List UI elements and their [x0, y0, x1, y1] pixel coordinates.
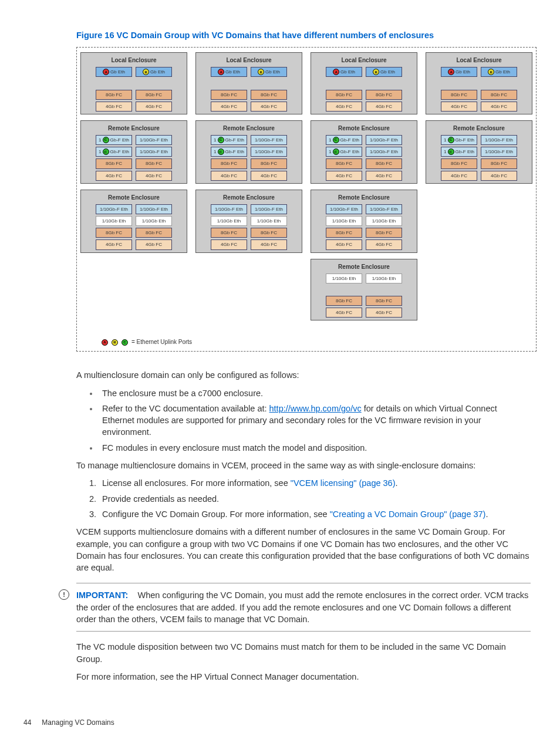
module-box: 1/10Gb-F Eth [211, 204, 247, 214]
vc-domain-column: Local Enclosure AGb EthBGb Eth 8Gb FC8Gb… [80, 52, 187, 320]
module-row: 4Gb FC4Gb FC [313, 102, 414, 112]
list-item: The enclosure must be a c7000 enclosure. [99, 387, 531, 399]
module-row: 8Gb FC8Gb FC [83, 90, 184, 100]
module-row: 1/10Gb Eth1/10Gb Eth [313, 216, 414, 226]
vc-domain-column: Local Enclosure AGb EthBGb Eth 8Gb FC8Gb… [426, 52, 532, 320]
enclosure: Remote Enclosure 1CGb-F Eth1/10Gb-F Eth1… [311, 120, 417, 184]
legend-dot-c: C [122, 339, 128, 346]
module-box: 8Gb FC [366, 90, 402, 100]
module-row: 8Gb FC8Gb FC [198, 158, 299, 168]
module-box: 8Gb FC [366, 296, 402, 306]
module-box [366, 285, 401, 294]
enclosure: Remote Enclosure 1/10Gb Eth1/10Gb Eth 8G… [311, 259, 417, 321]
text: . [485, 509, 488, 519]
crossref-link[interactable]: "VCEM licensing" (page 36) [291, 478, 396, 488]
module-row: 1CGb-F Eth1/10Gb-F Eth [83, 147, 184, 157]
module-row [83, 79, 184, 87]
module-box: 8Gb FC [96, 158, 132, 168]
module-box: 4Gb FC [96, 239, 132, 249]
enclosure-title: Remote Enclosure [429, 124, 529, 133]
module-row: 1CGb-F Eth1/10Gb-F Eth [313, 135, 414, 145]
module-row: 1CGb-F Eth1/10Gb-F Eth [313, 147, 414, 157]
module-box: 8Gb FC [326, 296, 362, 306]
module-row: 8Gb FC8Gb FC [313, 296, 414, 306]
numbered-list: License all enclosures. For more informa… [65, 477, 531, 520]
enclosure-title: Remote Enclosure [198, 124, 299, 133]
module-row: 1CGb-F Eth1/10Gb-F Eth [83, 135, 184, 145]
module-box: BGb Eth [481, 67, 517, 77]
module-box: 1/10Gb-F Eth [481, 135, 517, 145]
module-box [442, 79, 477, 87]
module-box: 8Gb FC [326, 90, 362, 100]
module-row: 4Gb FC4Gb FC [83, 171, 184, 181]
paragraph: The VC module disposition between two VC… [76, 641, 531, 665]
enclosure-title: Remote Enclosure [83, 194, 184, 202]
module-row [429, 79, 529, 87]
module-box: 1/10Gb-F Eth [136, 147, 172, 157]
module-box: 8Gb FC [96, 228, 132, 238]
module-box [251, 79, 286, 87]
port-dot: A [448, 69, 454, 75]
module-box: 1CGb-F Eth [326, 135, 362, 145]
module-row [313, 285, 414, 294]
enclosure: Remote Enclosure 1CGb-F Eth1/10Gb-F Eth1… [80, 120, 187, 184]
crossref-link[interactable]: "Creating a VC Domain Group" (page 37) [330, 509, 486, 519]
module-row [198, 79, 299, 87]
enclosure-title: Local Enclosure [198, 56, 299, 65]
module-box [327, 285, 362, 294]
module-box: 1/10Gb Eth [211, 216, 247, 226]
module-box: 4Gb FC [96, 171, 132, 181]
module-box: AGb Eth [211, 67, 247, 77]
module-box: 8Gb FC [366, 158, 402, 168]
module-box: 4Gb FC [326, 171, 362, 181]
module-box: 1/10Gb Eth [251, 216, 287, 226]
module-box: 8Gb FC [326, 158, 362, 168]
list-item: Provide credentials as needed. [99, 493, 531, 505]
module-box: 1/10Gb Eth [136, 216, 172, 226]
module-box: 8Gb FC [481, 90, 517, 100]
module-box [136, 79, 171, 87]
module-box: 8Gb FC [211, 228, 247, 238]
enclosure: Local Enclosure AGb EthBGb Eth 8Gb FC8Gb… [426, 52, 532, 114]
module-box: AGb Eth [326, 67, 362, 77]
module-row: 8Gb FC8Gb FC [83, 158, 184, 168]
module-box: 1CGb-F Eth [211, 147, 247, 157]
list-item: License all enclosures. For more informa… [99, 477, 531, 489]
module-box: 4Gb FC [366, 308, 402, 318]
port-dot: B [488, 69, 494, 75]
port-dot: B [143, 69, 149, 75]
module-box: 4Gb FC [136, 102, 172, 112]
list-item: Refer to the VC documentation available … [99, 403, 531, 438]
vc-doc-link[interactable]: http://www.hp.com/go/vc [269, 404, 362, 413]
module-box: 8Gb FC [211, 90, 247, 100]
module-row: 1/10Gb Eth1/10Gb Eth [313, 274, 414, 283]
module-row: 1CGb-F Eth1/10Gb-F Eth [198, 135, 299, 145]
module-row: 4Gb FC4Gb FC [313, 239, 414, 249]
enclosure: Local Enclosure AGb EthBGb Eth 8Gb FC8Gb… [80, 52, 187, 114]
module-box: 4Gb FC [366, 171, 402, 181]
module-row: 4Gb FC4Gb FC [83, 239, 184, 249]
module-box: 1CGb-F Eth [441, 135, 477, 145]
module-box: 4Gb FC [211, 102, 247, 112]
module-box: 4Gb FC [251, 171, 287, 181]
module-box: 1/10Gb-F Eth [136, 204, 172, 214]
module-box: 1CGb-F Eth [441, 147, 477, 157]
module-row: 8Gb FC8Gb FC [429, 90, 529, 100]
module-box: 1/10Gb-F Eth [366, 135, 402, 145]
module-row: 4Gb FC4Gb FC [198, 102, 299, 112]
module-box: BGb Eth [136, 67, 172, 77]
module-box: 8Gb FC [136, 158, 172, 168]
module-box: 1/10Gb Eth [366, 216, 402, 226]
enclosure-title: Local Enclosure [429, 56, 529, 65]
list-item: Configure the VC Domain Group. For more … [99, 508, 531, 520]
enclosure: Remote Enclosure 1/10Gb-F Eth1/10Gb-F Et… [311, 190, 417, 253]
module-box: 4Gb FC [366, 239, 402, 249]
vc-domain-column: Local Enclosure AGb EthBGb Eth 8Gb FC8Gb… [311, 52, 417, 320]
module-row: 1CGb-F Eth1/10Gb-F Eth [429, 135, 529, 145]
module-row: AGb EthBGb Eth [83, 67, 184, 77]
module-box: 4Gb FC [441, 102, 477, 112]
module-box: 4Gb FC [211, 239, 247, 249]
port-dot: B [373, 69, 379, 75]
module-row: 8Gb FC8Gb FC [313, 228, 414, 238]
module-box: 4Gb FC [326, 102, 362, 112]
